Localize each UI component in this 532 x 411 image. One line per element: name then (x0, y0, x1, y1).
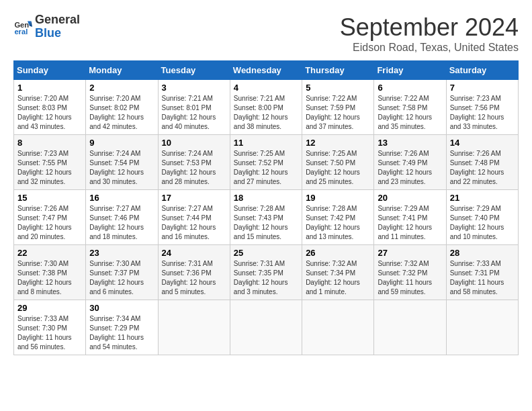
day-header-tuesday: Tuesday (158, 61, 230, 80)
calendar-cell (374, 300, 446, 355)
day-detail: Sunrise: 7:31 AMSunset: 7:36 PMDaylight:… (162, 260, 216, 295)
calendar-cell: 5 Sunrise: 7:22 AMSunset: 7:59 PMDayligh… (302, 80, 374, 135)
calendar-header-row: SundayMondayTuesdayWednesdayThursdayFrid… (14, 61, 519, 80)
calendar-cell: 26 Sunrise: 7:32 AMSunset: 7:34 PMDaylig… (302, 245, 374, 300)
day-number: 3 (162, 83, 226, 93)
day-number: 25 (234, 248, 298, 258)
day-number: 24 (162, 248, 226, 258)
day-number: 17 (162, 193, 226, 203)
calendar-cell: 17 Sunrise: 7:27 AMSunset: 7:44 PMDaylig… (158, 190, 230, 245)
calendar-cell: 19 Sunrise: 7:28 AMSunset: 7:42 PMDaylig… (302, 190, 374, 245)
day-detail: Sunrise: 7:23 AMSunset: 7:55 PMDaylight:… (17, 150, 72, 185)
day-header-friday: Friday (374, 61, 446, 80)
day-number: 8 (17, 138, 82, 148)
calendar-cell: 7 Sunrise: 7:23 AMSunset: 7:56 PMDayligh… (446, 80, 518, 135)
day-number: 28 (450, 248, 515, 258)
day-number: 22 (17, 248, 82, 258)
calendar-cell: 4 Sunrise: 7:21 AMSunset: 8:00 PMDayligh… (230, 80, 302, 135)
day-number: 21 (450, 193, 515, 203)
day-number: 7 (450, 83, 515, 93)
calendar-cell: 23 Sunrise: 7:30 AMSunset: 7:37 PMDaylig… (86, 245, 158, 300)
day-header-sunday: Sunday (14, 61, 86, 80)
day-number: 29 (17, 303, 82, 313)
title-block: September 2024 Eidson Road, Texas, Unite… (340, 13, 519, 54)
calendar-cell: 15 Sunrise: 7:26 AMSunset: 7:47 PMDaylig… (14, 190, 86, 245)
calendar-cell: 2 Sunrise: 7:20 AMSunset: 8:02 PMDayligh… (86, 80, 158, 135)
calendar-table: SundayMondayTuesdayWednesdayThursdayFrid… (13, 60, 519, 355)
day-number: 12 (306, 138, 370, 148)
month-title: September 2024 (340, 13, 519, 42)
day-detail: Sunrise: 7:29 AMSunset: 7:41 PMDaylight:… (378, 205, 432, 240)
day-detail: Sunrise: 7:24 AMSunset: 7:54 PMDaylight:… (89, 150, 144, 185)
day-detail: Sunrise: 7:30 AMSunset: 7:38 PMDaylight:… (17, 260, 72, 295)
day-detail: Sunrise: 7:27 AMSunset: 7:44 PMDaylight:… (162, 205, 216, 240)
calendar-cell: 28 Sunrise: 7:33 AMSunset: 7:31 PMDaylig… (446, 245, 518, 300)
svg-text:eral: eral (14, 28, 28, 36)
calendar-week-4: 22 Sunrise: 7:30 AMSunset: 7:38 PMDaylig… (14, 245, 519, 300)
day-header-saturday: Saturday (446, 61, 518, 80)
calendar-cell: 24 Sunrise: 7:31 AMSunset: 7:36 PMDaylig… (158, 245, 230, 300)
day-number: 30 (89, 303, 154, 313)
day-number: 19 (306, 193, 370, 203)
day-number: 5 (306, 83, 370, 93)
day-detail: Sunrise: 7:22 AMSunset: 7:58 PMDaylight:… (378, 95, 432, 130)
day-detail: Sunrise: 7:31 AMSunset: 7:35 PMDaylight:… (234, 260, 288, 295)
calendar-week-2: 8 Sunrise: 7:23 AMSunset: 7:55 PMDayligh… (14, 135, 519, 190)
calendar-cell: 21 Sunrise: 7:29 AMSunset: 7:40 PMDaylig… (446, 190, 518, 245)
calendar-cell: 12 Sunrise: 7:25 AMSunset: 7:50 PMDaylig… (302, 135, 374, 190)
calendar-cell: 29 Sunrise: 7:33 AMSunset: 7:30 PMDaylig… (14, 300, 86, 355)
calendar-week-1: 1 Sunrise: 7:20 AMSunset: 8:03 PMDayligh… (14, 80, 519, 135)
day-detail: Sunrise: 7:21 AMSunset: 8:01 PMDaylight:… (162, 95, 216, 130)
day-number: 9 (89, 138, 154, 148)
day-detail: Sunrise: 7:33 AMSunset: 7:31 PMDaylight:… (450, 260, 504, 295)
day-header-wednesday: Wednesday (230, 61, 302, 80)
calendar-cell: 11 Sunrise: 7:25 AMSunset: 7:52 PMDaylig… (230, 135, 302, 190)
calendar-cell: 10 Sunrise: 7:24 AMSunset: 7:53 PMDaylig… (158, 135, 230, 190)
logo-icon: Gen eral (13, 17, 32, 36)
day-number: 14 (450, 138, 515, 148)
day-detail: Sunrise: 7:29 AMSunset: 7:40 PMDaylight:… (450, 205, 504, 240)
day-number: 11 (234, 138, 298, 148)
calendar-cell (158, 300, 230, 355)
calendar-cell: 9 Sunrise: 7:24 AMSunset: 7:54 PMDayligh… (86, 135, 158, 190)
subtitle: Eidson Road, Texas, United States (340, 42, 519, 54)
calendar-cell: 3 Sunrise: 7:21 AMSunset: 8:01 PMDayligh… (158, 80, 230, 135)
day-detail: Sunrise: 7:34 AMSunset: 7:29 PMDaylight:… (89, 315, 144, 351)
calendar-cell: 1 Sunrise: 7:20 AMSunset: 8:03 PMDayligh… (14, 80, 86, 135)
day-number: 13 (378, 138, 442, 148)
day-detail: Sunrise: 7:21 AMSunset: 8:00 PMDaylight:… (234, 95, 288, 130)
day-detail: Sunrise: 7:28 AMSunset: 7:43 PMDaylight:… (234, 205, 288, 240)
day-number: 20 (378, 193, 442, 203)
day-number: 4 (234, 83, 298, 93)
day-detail: Sunrise: 7:32 AMSunset: 7:32 PMDaylight:… (378, 260, 432, 295)
day-detail: Sunrise: 7:23 AMSunset: 7:56 PMDaylight:… (450, 95, 504, 130)
day-number: 1 (17, 83, 82, 93)
logo: Gen eral GeneralBlue (13, 13, 80, 40)
day-number: 2 (89, 83, 154, 93)
day-detail: Sunrise: 7:25 AMSunset: 7:52 PMDaylight:… (234, 150, 288, 185)
calendar-cell: 16 Sunrise: 7:27 AMSunset: 7:46 PMDaylig… (86, 190, 158, 245)
day-detail: Sunrise: 7:32 AMSunset: 7:34 PMDaylight:… (306, 260, 360, 295)
day-number: 27 (378, 248, 442, 258)
day-number: 18 (234, 193, 298, 203)
calendar-cell: 14 Sunrise: 7:26 AMSunset: 7:48 PMDaylig… (446, 135, 518, 190)
day-detail: Sunrise: 7:24 AMSunset: 7:53 PMDaylight:… (162, 150, 216, 185)
calendar-cell: 18 Sunrise: 7:28 AMSunset: 7:43 PMDaylig… (230, 190, 302, 245)
calendar-cell: 22 Sunrise: 7:30 AMSunset: 7:38 PMDaylig… (14, 245, 86, 300)
day-detail: Sunrise: 7:30 AMSunset: 7:37 PMDaylight:… (89, 260, 144, 295)
day-detail: Sunrise: 7:26 AMSunset: 7:48 PMDaylight:… (450, 150, 504, 185)
calendar-cell: 13 Sunrise: 7:26 AMSunset: 7:49 PMDaylig… (374, 135, 446, 190)
day-number: 6 (378, 83, 442, 93)
calendar-cell: 25 Sunrise: 7:31 AMSunset: 7:35 PMDaylig… (230, 245, 302, 300)
day-number: 10 (162, 138, 226, 148)
calendar-week-3: 15 Sunrise: 7:26 AMSunset: 7:47 PMDaylig… (14, 190, 519, 245)
calendar-cell: 6 Sunrise: 7:22 AMSunset: 7:58 PMDayligh… (374, 80, 446, 135)
calendar-cell (446, 300, 518, 355)
page-header: Gen eral GeneralBlue September 2024 Eids… (13, 13, 519, 54)
calendar-cell (302, 300, 374, 355)
logo-text: GeneralBlue (35, 13, 80, 40)
day-detail: Sunrise: 7:28 AMSunset: 7:42 PMDaylight:… (306, 205, 360, 240)
calendar-cell: 30 Sunrise: 7:34 AMSunset: 7:29 PMDaylig… (86, 300, 158, 355)
day-detail: Sunrise: 7:26 AMSunset: 7:47 PMDaylight:… (17, 205, 72, 240)
calendar-cell (230, 300, 302, 355)
